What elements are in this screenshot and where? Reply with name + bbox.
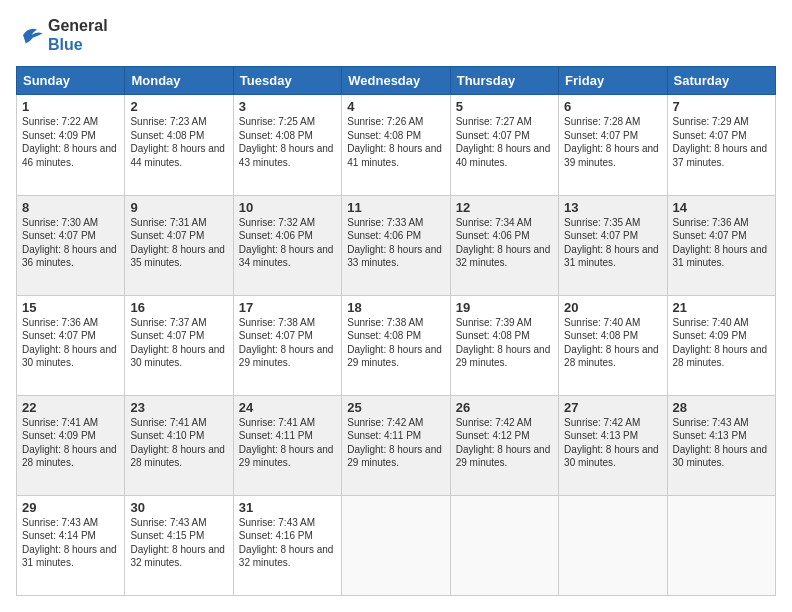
cell-info: Sunrise: 7:43 AMSunset: 4:16 PMDaylight:… [239,516,336,570]
cell-info: Sunrise: 7:43 AMSunset: 4:15 PMDaylight:… [130,516,227,570]
day-number: 10 [239,200,336,215]
logo-text: General Blue [48,16,108,54]
cell-info: Sunrise: 7:40 AMSunset: 4:09 PMDaylight:… [673,316,770,370]
day-number: 27 [564,400,661,415]
day-number: 30 [130,500,227,515]
calendar-cell: 10 Sunrise: 7:32 AMSunset: 4:06 PMDaylig… [233,195,341,295]
calendar-cell: 19 Sunrise: 7:39 AMSunset: 4:08 PMDaylig… [450,295,558,395]
logo: General Blue [16,16,108,54]
calendar-cell: 31 Sunrise: 7:43 AMSunset: 4:16 PMDaylig… [233,495,341,595]
cell-info: Sunrise: 7:42 AMSunset: 4:11 PMDaylight:… [347,416,444,470]
day-number: 19 [456,300,553,315]
calendar-cell: 12 Sunrise: 7:34 AMSunset: 4:06 PMDaylig… [450,195,558,295]
calendar-week-row: 22 Sunrise: 7:41 AMSunset: 4:09 PMDaylig… [17,395,776,495]
calendar-week-row: 15 Sunrise: 7:36 AMSunset: 4:07 PMDaylig… [17,295,776,395]
day-number: 20 [564,300,661,315]
cell-info: Sunrise: 7:26 AMSunset: 4:08 PMDaylight:… [347,115,444,169]
cell-info: Sunrise: 7:36 AMSunset: 4:07 PMDaylight:… [673,216,770,270]
calendar-cell: 16 Sunrise: 7:37 AMSunset: 4:07 PMDaylig… [125,295,233,395]
cell-info: Sunrise: 7:22 AMSunset: 4:09 PMDaylight:… [22,115,119,169]
calendar-header-row: SundayMondayTuesdayWednesdayThursdayFrid… [17,67,776,95]
calendar-cell: 17 Sunrise: 7:38 AMSunset: 4:07 PMDaylig… [233,295,341,395]
cell-info: Sunrise: 7:40 AMSunset: 4:08 PMDaylight:… [564,316,661,370]
calendar-cell: 22 Sunrise: 7:41 AMSunset: 4:09 PMDaylig… [17,395,125,495]
calendar-cell: 6 Sunrise: 7:28 AMSunset: 4:07 PMDayligh… [559,95,667,195]
day-number: 11 [347,200,444,215]
day-number: 21 [673,300,770,315]
calendar-cell: 4 Sunrise: 7:26 AMSunset: 4:08 PMDayligh… [342,95,450,195]
cell-info: Sunrise: 7:38 AMSunset: 4:07 PMDaylight:… [239,316,336,370]
cell-info: Sunrise: 7:42 AMSunset: 4:12 PMDaylight:… [456,416,553,470]
calendar-week-row: 8 Sunrise: 7:30 AMSunset: 4:07 PMDayligh… [17,195,776,295]
calendar-cell: 3 Sunrise: 7:25 AMSunset: 4:08 PMDayligh… [233,95,341,195]
calendar-cell: 7 Sunrise: 7:29 AMSunset: 4:07 PMDayligh… [667,95,775,195]
calendar-cell [559,495,667,595]
day-number: 26 [456,400,553,415]
cell-info: Sunrise: 7:43 AMSunset: 4:13 PMDaylight:… [673,416,770,470]
day-number: 17 [239,300,336,315]
calendar-cell: 20 Sunrise: 7:40 AMSunset: 4:08 PMDaylig… [559,295,667,395]
calendar-cell: 9 Sunrise: 7:31 AMSunset: 4:07 PMDayligh… [125,195,233,295]
calendar-cell: 2 Sunrise: 7:23 AMSunset: 4:08 PMDayligh… [125,95,233,195]
cell-info: Sunrise: 7:28 AMSunset: 4:07 PMDaylight:… [564,115,661,169]
header: General Blue [16,16,776,54]
calendar-cell: 29 Sunrise: 7:43 AMSunset: 4:14 PMDaylig… [17,495,125,595]
day-number: 15 [22,300,119,315]
calendar-day-header: Thursday [450,67,558,95]
day-number: 13 [564,200,661,215]
cell-info: Sunrise: 7:41 AMSunset: 4:10 PMDaylight:… [130,416,227,470]
calendar-table: SundayMondayTuesdayWednesdayThursdayFrid… [16,66,776,596]
calendar-week-row: 1 Sunrise: 7:22 AMSunset: 4:09 PMDayligh… [17,95,776,195]
calendar-cell: 25 Sunrise: 7:42 AMSunset: 4:11 PMDaylig… [342,395,450,495]
day-number: 28 [673,400,770,415]
calendar-cell [450,495,558,595]
day-number: 16 [130,300,227,315]
day-number: 6 [564,99,661,114]
cell-info: Sunrise: 7:38 AMSunset: 4:08 PMDaylight:… [347,316,444,370]
calendar-day-header: Sunday [17,67,125,95]
calendar-cell: 30 Sunrise: 7:43 AMSunset: 4:15 PMDaylig… [125,495,233,595]
calendar-cell: 24 Sunrise: 7:41 AMSunset: 4:11 PMDaylig… [233,395,341,495]
day-number: 2 [130,99,227,114]
cell-info: Sunrise: 7:33 AMSunset: 4:06 PMDaylight:… [347,216,444,270]
day-number: 4 [347,99,444,114]
day-number: 3 [239,99,336,114]
day-number: 12 [456,200,553,215]
cell-info: Sunrise: 7:23 AMSunset: 4:08 PMDaylight:… [130,115,227,169]
calendar-cell: 21 Sunrise: 7:40 AMSunset: 4:09 PMDaylig… [667,295,775,395]
cell-info: Sunrise: 7:41 AMSunset: 4:09 PMDaylight:… [22,416,119,470]
calendar-cell: 14 Sunrise: 7:36 AMSunset: 4:07 PMDaylig… [667,195,775,295]
day-number: 7 [673,99,770,114]
calendar-cell: 27 Sunrise: 7:42 AMSunset: 4:13 PMDaylig… [559,395,667,495]
day-number: 22 [22,400,119,415]
day-number: 14 [673,200,770,215]
cell-info: Sunrise: 7:35 AMSunset: 4:07 PMDaylight:… [564,216,661,270]
cell-info: Sunrise: 7:41 AMSunset: 4:11 PMDaylight:… [239,416,336,470]
calendar-cell: 13 Sunrise: 7:35 AMSunset: 4:07 PMDaylig… [559,195,667,295]
day-number: 1 [22,99,119,114]
cell-info: Sunrise: 7:25 AMSunset: 4:08 PMDaylight:… [239,115,336,169]
calendar-day-header: Monday [125,67,233,95]
calendar-day-header: Saturday [667,67,775,95]
calendar-cell [342,495,450,595]
calendar-cell: 15 Sunrise: 7:36 AMSunset: 4:07 PMDaylig… [17,295,125,395]
day-number: 5 [456,99,553,114]
calendar-cell: 8 Sunrise: 7:30 AMSunset: 4:07 PMDayligh… [17,195,125,295]
day-number: 25 [347,400,444,415]
day-number: 31 [239,500,336,515]
cell-info: Sunrise: 7:31 AMSunset: 4:07 PMDaylight:… [130,216,227,270]
cell-info: Sunrise: 7:42 AMSunset: 4:13 PMDaylight:… [564,416,661,470]
cell-info: Sunrise: 7:43 AMSunset: 4:14 PMDaylight:… [22,516,119,570]
calendar-cell: 1 Sunrise: 7:22 AMSunset: 4:09 PMDayligh… [17,95,125,195]
calendar-cell [667,495,775,595]
calendar-cell: 5 Sunrise: 7:27 AMSunset: 4:07 PMDayligh… [450,95,558,195]
cell-info: Sunrise: 7:32 AMSunset: 4:06 PMDaylight:… [239,216,336,270]
calendar-cell: 11 Sunrise: 7:33 AMSunset: 4:06 PMDaylig… [342,195,450,295]
cell-info: Sunrise: 7:34 AMSunset: 4:06 PMDaylight:… [456,216,553,270]
cell-info: Sunrise: 7:29 AMSunset: 4:07 PMDaylight:… [673,115,770,169]
calendar-day-header: Wednesday [342,67,450,95]
calendar-cell: 26 Sunrise: 7:42 AMSunset: 4:12 PMDaylig… [450,395,558,495]
cell-info: Sunrise: 7:27 AMSunset: 4:07 PMDaylight:… [456,115,553,169]
cell-info: Sunrise: 7:37 AMSunset: 4:07 PMDaylight:… [130,316,227,370]
calendar-week-row: 29 Sunrise: 7:43 AMSunset: 4:14 PMDaylig… [17,495,776,595]
